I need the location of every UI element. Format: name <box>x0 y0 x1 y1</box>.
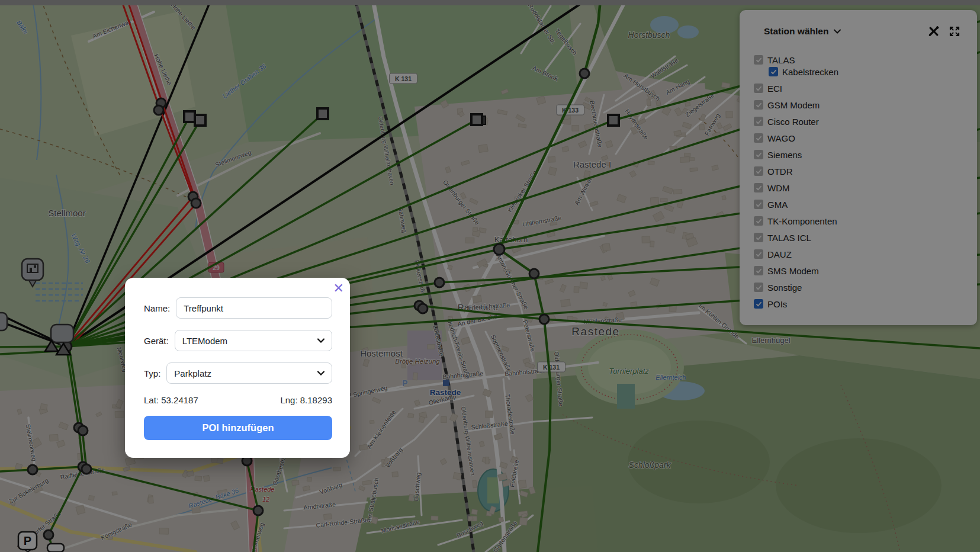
coordinates-row: Lat: 53.24187 Lng: 8.18293 <box>144 395 332 405</box>
chevron-down-icon <box>317 371 324 376</box>
typ-row: Typ: Parkplatz <box>144 362 332 384</box>
close-icon[interactable]: ✕ <box>333 281 344 296</box>
geraet-select-value: LTEModem <box>182 336 317 346</box>
name-input[interactable] <box>176 297 332 319</box>
add-poi-dialog: ✕ Name: Gerät: LTEModem Typ: Parkplatz <box>125 278 350 458</box>
modal-backdrop <box>0 0 980 552</box>
app-root: Rastede IRastede IIRastedeHostemostStell… <box>0 0 980 552</box>
lat-value: Lat: 53.24187 <box>144 395 198 405</box>
add-poi-button[interactable]: POI hinzufügen <box>144 416 332 440</box>
name-label: Name: <box>144 303 170 313</box>
typ-label: Typ: <box>144 368 160 378</box>
chevron-down-icon <box>317 338 324 343</box>
typ-select[interactable]: Parkplatz <box>166 362 332 384</box>
geraet-row: Gerät: LTEModem <box>144 330 332 351</box>
typ-select-value: Parkplatz <box>174 368 317 378</box>
lng-value: Lng: 8.18293 <box>280 395 332 405</box>
geraet-label: Gerät: <box>144 336 169 346</box>
geraet-select[interactable]: LTEModem <box>175 330 332 351</box>
name-row: Name: <box>144 297 332 319</box>
